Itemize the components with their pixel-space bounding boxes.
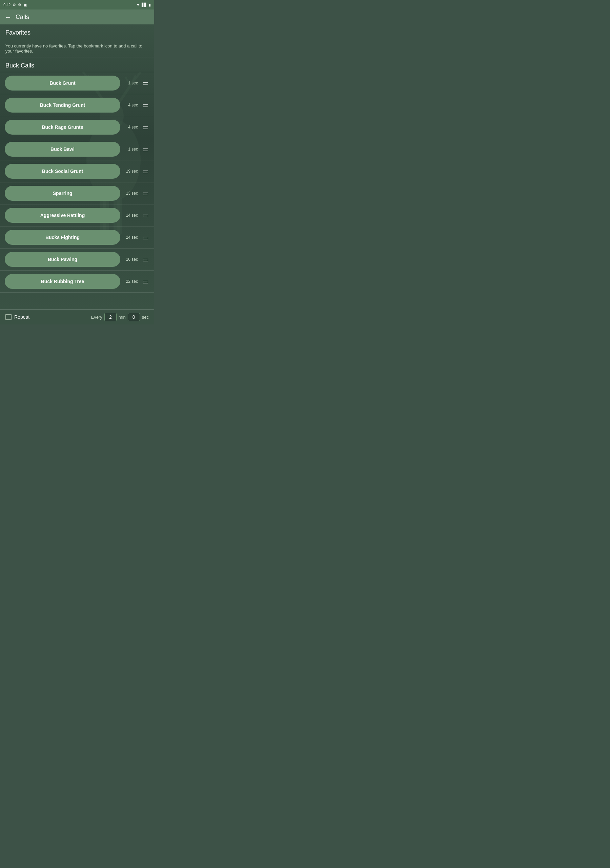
call-button-3[interactable]: Buck Bawl bbox=[5, 142, 120, 157]
call-duration: 19 sec bbox=[124, 169, 138, 174]
back-button[interactable]: ← bbox=[5, 13, 11, 21]
repeat-label: Repeat bbox=[14, 314, 29, 320]
call-duration: 22 sec bbox=[124, 279, 138, 284]
call-button-2[interactable]: Buck Rage Grunts bbox=[5, 120, 120, 135]
call-duration: 24 sec bbox=[124, 235, 138, 240]
content-area: Favorites You currently have no favorite… bbox=[0, 25, 154, 309]
sec-label: sec bbox=[142, 315, 149, 320]
call-item: Buck Pawing16 sec▭ bbox=[0, 248, 154, 271]
signal-icon: ▋▋ bbox=[142, 3, 147, 7]
settings-icon: ⚙ bbox=[12, 3, 16, 7]
app-bar: ← Calls bbox=[0, 9, 154, 25]
call-button-8[interactable]: Buck Pawing bbox=[5, 252, 120, 267]
call-item: Buck Rubbing Tree22 sec▭ bbox=[0, 271, 154, 293]
bookmark-icon[interactable]: ▭ bbox=[141, 123, 149, 131]
call-item: Buck Bawl1 sec▭ bbox=[0, 138, 154, 160]
call-item: Buck Social Grunt19 sec▭ bbox=[0, 160, 154, 183]
page-title: Calls bbox=[15, 14, 29, 21]
call-button-1[interactable]: Buck Tending Grunt bbox=[5, 98, 120, 113]
status-right: ▼ ▋▋ ▮ bbox=[136, 3, 151, 7]
wifi-icon: ▼ bbox=[136, 3, 140, 7]
sim-icon: ▣ bbox=[23, 3, 27, 7]
battery-icon: ▮ bbox=[149, 3, 151, 7]
settings2-icon: ⚙ bbox=[18, 3, 21, 7]
call-button-0[interactable]: Buck Grunt bbox=[5, 76, 120, 90]
min-value-input[interactable] bbox=[128, 313, 140, 321]
call-item: Aggressive Rattling14 sec▭ bbox=[0, 205, 154, 226]
bottom-bar: Repeat Every min sec bbox=[0, 309, 154, 324]
status-left: 9:42 ⚙ ⚙ ▣ bbox=[3, 3, 27, 7]
repeat-controls: Every min sec bbox=[91, 313, 149, 321]
bookmark-icon[interactable]: ▭ bbox=[141, 277, 149, 285]
repeat-checkbox[interactable] bbox=[5, 314, 11, 320]
call-duration: 1 sec bbox=[124, 147, 138, 152]
call-button-5[interactable]: Sparring bbox=[5, 186, 120, 201]
call-duration: 13 sec bbox=[124, 191, 138, 195]
bookmark-icon[interactable]: ▭ bbox=[141, 145, 149, 153]
call-button-6[interactable]: Aggressive Rattling bbox=[5, 208, 120, 223]
call-duration: 14 sec bbox=[124, 213, 138, 218]
bookmark-icon[interactable]: ▭ bbox=[141, 233, 149, 242]
call-items-list: Buck Grunt1 sec▭Buck Tending Grunt4 sec▭… bbox=[0, 72, 154, 293]
call-button-4[interactable]: Buck Social Grunt bbox=[5, 164, 120, 179]
call-item: Bucks Fighting24 sec▭ bbox=[0, 226, 154, 248]
bookmark-icon[interactable]: ▭ bbox=[141, 255, 149, 264]
call-duration: 1 sec bbox=[124, 81, 138, 85]
call-duration: 4 sec bbox=[124, 103, 138, 107]
call-item: Buck Tending Grunt4 sec▭ bbox=[0, 94, 154, 116]
call-item: Buck Rage Grunts4 sec▭ bbox=[0, 116, 154, 138]
call-button-9[interactable]: Buck Rubbing Tree bbox=[5, 274, 120, 289]
status-time: 9:42 bbox=[3, 3, 11, 7]
every-value-input[interactable] bbox=[104, 313, 116, 321]
call-duration: 16 sec bbox=[124, 257, 138, 262]
call-button-7[interactable]: Bucks Fighting bbox=[5, 230, 120, 245]
bookmark-icon[interactable]: ▭ bbox=[141, 189, 149, 197]
status-bar: 9:42 ⚙ ⚙ ▣ ▼ ▋▋ ▮ bbox=[0, 0, 154, 9]
bookmark-icon[interactable]: ▭ bbox=[141, 211, 149, 219]
call-duration: 4 sec bbox=[124, 125, 138, 130]
bookmark-icon[interactable]: ▭ bbox=[141, 101, 149, 109]
call-item: Sparring13 sec▭ bbox=[0, 183, 154, 205]
every-label: Every bbox=[91, 315, 102, 320]
repeat-section: Repeat bbox=[5, 314, 29, 320]
bookmark-icon[interactable]: ▭ bbox=[141, 167, 149, 175]
call-item: Buck Grunt1 sec▭ bbox=[0, 72, 154, 94]
min-label: min bbox=[119, 315, 126, 320]
bookmark-icon[interactable]: ▭ bbox=[141, 79, 149, 87]
